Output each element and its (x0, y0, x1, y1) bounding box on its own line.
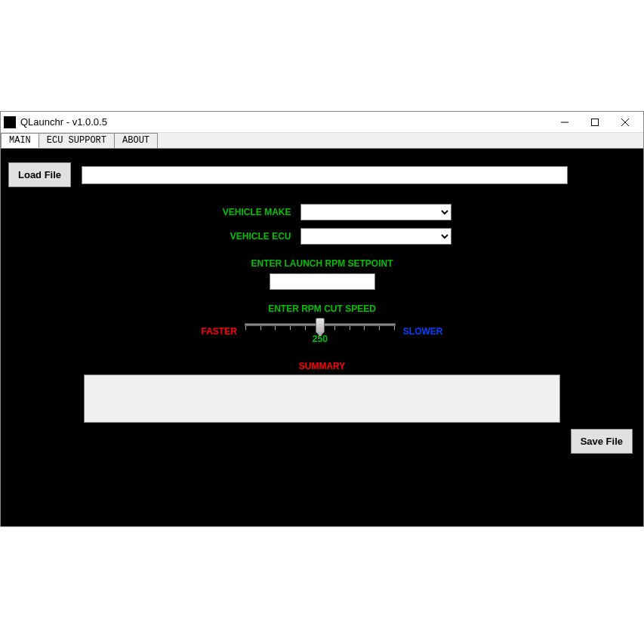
slider-row: FASTER 250 SLOWER (8, 319, 636, 344)
faster-label: FASTER (201, 326, 236, 337)
launch-rpm-input[interactable] (270, 273, 375, 290)
vehicle-make-label: VEHICLE MAKE (193, 207, 291, 217)
minimize-icon (561, 119, 569, 126)
app-icon (4, 116, 16, 128)
window-title: QLaunchr - v1.0.0.5 (20, 116, 550, 128)
tab-bar: MAIN ECU SUPPORT ABOUT (1, 133, 643, 149)
tab-ecu-support[interactable]: ECU SUPPORT (39, 133, 115, 148)
vehicle-ecu-row: VEHICLE ECU (8, 228, 636, 245)
cut-speed-slider[interactable]: 250 (245, 319, 396, 344)
cut-speed-label: ENTER RPM CUT SPEED (8, 304, 636, 314)
slider-track (245, 323, 396, 326)
file-row: Load File (8, 162, 636, 187)
launch-rpm-label: ENTER LAUNCH RPM SETPOINT (8, 258, 636, 269)
vehicle-ecu-dropdown[interactable] (300, 228, 451, 245)
file-path-input[interactable] (82, 166, 568, 184)
titlebar: QLaunchr - v1.0.0.5 (1, 112, 643, 133)
save-row: Save File (8, 429, 636, 454)
window-controls (550, 112, 640, 133)
svg-rect-1 (592, 119, 599, 125)
app-window: QLaunchr - v1.0.0.5 MAIN ECU SUPPORT ABO… (0, 111, 644, 527)
summary-label: SUMMARY (8, 361, 636, 371)
main-content: Load File VEHICLE MAKE VEHICLE ECU ENTER… (1, 149, 643, 526)
slower-label: SLOWER (403, 326, 443, 337)
maximize-button[interactable] (580, 112, 610, 133)
tab-about[interactable]: ABOUT (114, 133, 158, 148)
close-button[interactable] (610, 112, 640, 133)
close-icon (621, 119, 629, 126)
save-file-button[interactable]: Save File (571, 429, 633, 454)
slider-thumb[interactable] (316, 318, 325, 333)
load-file-button[interactable]: Load File (8, 162, 71, 187)
summary-textarea[interactable] (84, 374, 560, 423)
minimize-button[interactable] (550, 112, 580, 133)
maximize-icon (591, 119, 599, 126)
vehicle-ecu-label: VEHICLE ECU (193, 231, 291, 242)
vehicle-make-dropdown[interactable] (300, 204, 451, 220)
vehicle-make-row: VEHICLE MAKE (8, 204, 636, 220)
tab-main[interactable]: MAIN (1, 133, 39, 148)
